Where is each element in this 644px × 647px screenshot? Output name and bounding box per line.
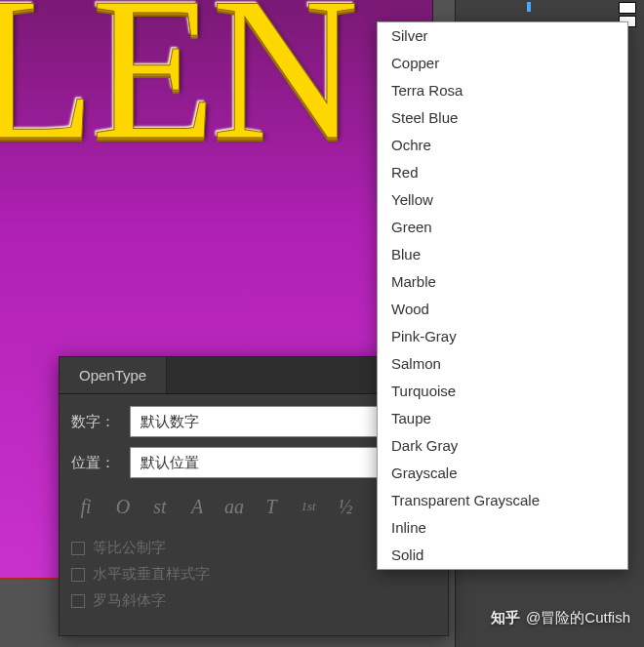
checkbox-icon[interactable] <box>71 568 85 582</box>
indicator-icon <box>527 2 531 12</box>
dropdown-item[interactable]: Solid <box>378 542 627 569</box>
dropdown-item[interactable]: Green <box>378 214 627 241</box>
dropdown-item[interactable]: Wood <box>378 296 627 323</box>
allcaps-icon[interactable]: T <box>257 492 286 521</box>
checkbox-icon[interactable] <box>71 594 85 608</box>
check-label: 等比公制字 <box>93 539 166 557</box>
dropdown-item[interactable]: Red <box>378 159 627 186</box>
contextual-icon[interactable]: aa <box>220 492 249 521</box>
dropdown-item[interactable]: Dark Gray <box>378 432 627 460</box>
dropdown-item[interactable]: Yellow <box>378 186 627 214</box>
titling-icon[interactable]: A <box>182 492 212 521</box>
dropdown-item[interactable]: Inline <box>378 514 627 542</box>
dropdown-item[interactable]: Grayscale <box>378 460 627 487</box>
dropdown-item[interactable]: Silver <box>378 22 627 50</box>
digits-label: 数字： <box>71 413 130 431</box>
dropdown-item[interactable]: Transparent Grayscale <box>378 487 627 514</box>
check-label: 罗马斜体字 <box>93 591 166 610</box>
dropdown-item[interactable]: Blue <box>378 241 627 268</box>
stylistic-icon[interactable]: st <box>145 492 175 521</box>
watermark: 知乎 @冒险的Cutfish <box>491 609 630 627</box>
canvas-3d-text: LEN <box>0 0 354 186</box>
dropdown-item[interactable]: Taupe <box>378 405 627 432</box>
dropdown-item[interactable]: Turquoise <box>378 378 627 405</box>
watermark-text: @冒险的Cutfish <box>526 609 630 627</box>
ligature-icon[interactable]: fi <box>71 492 101 521</box>
checkbox-icon[interactable] <box>71 542 85 555</box>
zhihu-logo-icon: 知乎 <box>491 609 520 627</box>
dropdown-item[interactable]: Terra Rosa <box>378 77 627 104</box>
fractions-icon[interactable]: ½ <box>331 492 360 521</box>
tab-opentype[interactable]: OpenType <box>60 357 167 393</box>
dropdown-item[interactable]: Ochre <box>378 132 627 159</box>
dropdown-item[interactable]: Steel Blue <box>378 104 627 132</box>
material-dropdown-menu: SilverCopperTerra RosaSteel BlueOchreRed… <box>377 21 628 570</box>
position-label: 位置： <box>71 454 130 472</box>
ordinals-icon[interactable]: 1st <box>294 492 323 521</box>
color-swatch[interactable] <box>619 2 636 14</box>
dropdown-item[interactable]: Salmon <box>378 350 627 378</box>
swash-icon[interactable]: O <box>108 492 138 521</box>
check-label: 水平或垂直样式字 <box>93 565 210 584</box>
dropdown-item[interactable]: Pink-Gray <box>378 323 627 350</box>
check-row-roman-italic[interactable]: 罗马斜体字 <box>71 591 436 610</box>
dropdown-item[interactable]: Marble <box>378 268 627 296</box>
dropdown-item[interactable]: Copper <box>378 50 627 77</box>
